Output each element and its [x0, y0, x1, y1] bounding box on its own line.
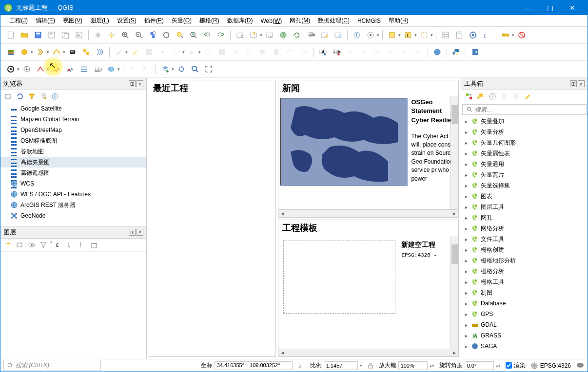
- render-checkbox[interactable]: [506, 362, 512, 369]
- toolbox-tree[interactable]: ▸Q矢量叠加▸Q矢量分析▸Q矢量几何图形▸Q矢量属性表▸Q矢量通用▸Q矢量瓦片▸…: [461, 116, 588, 359]
- messages-icon[interactable]: [576, 361, 585, 370]
- snapping-button[interactable]: [20, 63, 33, 75]
- refresh-browser-icon[interactable]: [15, 92, 25, 101]
- new-shapefile-button[interactable]: [34, 46, 47, 58]
- menu-数据库d[interactable]: 数据库(D): [223, 15, 257, 26]
- toolbox-options-icon[interactable]: [511, 92, 521, 101]
- toolbox-item[interactable]: ▸SAGA: [461, 341, 588, 352]
- processing-toolbox-button[interactable]: [467, 29, 479, 41]
- toolbox-python-icon[interactable]: [476, 92, 486, 101]
- toolbox-item[interactable]: ▸Q栅格工具: [461, 277, 588, 287]
- expand-all-icon[interactable]: [66, 240, 76, 250]
- delete-selected-button[interactable]: [229, 46, 242, 58]
- lock-icon[interactable]: [367, 362, 374, 369]
- browser-close-button[interactable]: ×: [137, 80, 143, 87]
- menu-栅格r[interactable]: 栅格(R): [196, 15, 223, 26]
- toolbox-results-icon[interactable]: [499, 92, 509, 101]
- zoom-in-button[interactable]: [119, 29, 132, 41]
- crs-button[interactable]: EPSG:4326: [530, 362, 571, 370]
- zoom-last-button[interactable]: [201, 29, 214, 41]
- new-bookmark-button[interactable]: [247, 29, 260, 41]
- trace-button[interactable]: [34, 63, 47, 75]
- zoom-full-button[interactable]: [160, 29, 173, 41]
- save-edits-button[interactable]: [142, 46, 155, 58]
- zoom-to-selection-button[interactable]: [174, 29, 186, 41]
- new-geopackage-button[interactable]: [18, 46, 31, 58]
- save-button[interactable]: [32, 29, 44, 41]
- layer-style-button[interactable]: [159, 63, 172, 75]
- browser-item[interactable]: 高德遥感图: [0, 167, 146, 178]
- vertex-tool-button[interactable]: [202, 46, 215, 58]
- digitize-shape-button[interactable]: [4, 63, 17, 75]
- new-scratch-layer-button[interactable]: [50, 46, 63, 58]
- toolbox-item[interactable]: ▸Q矢量叠加: [461, 116, 588, 127]
- zoom-next-button[interactable]: [215, 29, 227, 41]
- filter-browser-icon[interactable]: [27, 92, 37, 101]
- refresh-button[interactable]: [291, 29, 303, 41]
- remove-layer-icon[interactable]: [89, 240, 99, 250]
- collapse-all-icon[interactable]: [39, 92, 48, 101]
- browser-item[interactable]: WFS / OGC API - Features: [0, 189, 146, 200]
- layer-style-icon[interactable]: [3, 240, 13, 250]
- hide-labels-button[interactable]: [371, 46, 384, 58]
- diagram-tool-button[interactable]: abc: [330, 46, 343, 58]
- menu-帮助h[interactable]: 帮助(H): [385, 15, 412, 26]
- menu-插件p[interactable]: 插件(P): [140, 15, 168, 26]
- metasearch-button[interactable]: [431, 46, 444, 58]
- toolbox-model-icon[interactable]: [464, 92, 474, 101]
- zoom-to-layer-button[interactable]: [187, 29, 200, 41]
- maximize-button[interactable]: ▢: [539, 0, 561, 15]
- magnifier-input[interactable]: [398, 361, 428, 370]
- cut-button[interactable]: [243, 46, 255, 58]
- select-button[interactable]: [386, 29, 398, 41]
- redo-button[interactable]: [297, 46, 310, 58]
- toolbox-item[interactable]: ▸Q栅格创建: [461, 244, 588, 255]
- toolbox-undock-button[interactable]: ◫: [570, 80, 577, 87]
- no-action-button[interactable]: [515, 29, 528, 41]
- pan-button[interactable]: [92, 29, 104, 41]
- add-layer-icon[interactable]: +: [3, 92, 13, 101]
- manage-visibility-icon[interactable]: [27, 240, 37, 250]
- browser-item[interactable]: Mapzen Global Terrain: [0, 114, 146, 125]
- fullscreen-button[interactable]: [202, 63, 215, 75]
- news-scroll-h[interactable]: ◄►: [278, 209, 458, 217]
- add-group-icon[interactable]: [15, 240, 25, 250]
- template-preview[interactable]: [283, 241, 395, 314]
- filter-legend-icon[interactable]: [39, 240, 48, 250]
- new-virtual-layer-button[interactable]: [80, 46, 93, 58]
- identify-button[interactable]: i: [351, 29, 363, 41]
- new-map-view-button[interactable]: [234, 29, 246, 41]
- menu-webw[interactable]: Web(W): [256, 16, 286, 26]
- move-label-button[interactable]: [385, 46, 397, 58]
- toolbox-item[interactable]: ▸Q矢量分析: [461, 127, 588, 137]
- select-by-value-button[interactable]: ε: [402, 29, 414, 41]
- measure-button[interactable]: [499, 29, 512, 41]
- new-project-button[interactable]: [4, 29, 17, 41]
- rotation-input[interactable]: [465, 361, 494, 370]
- properties-icon[interactable]: i: [50, 92, 60, 101]
- coord-input[interactable]: [215, 361, 293, 370]
- menu-视图v[interactable]: 视图(V): [59, 15, 86, 26]
- browser-item[interactable]: OpenStreetMap: [0, 125, 146, 135]
- change-label-button[interactable]: [412, 46, 425, 58]
- browser-undock-button[interactable]: ◫: [129, 80, 136, 87]
- action-button[interactable]: [364, 29, 377, 41]
- new-mesh-button[interactable]: [94, 46, 106, 58]
- toolbox-item[interactable]: ▸Q栅格分析: [461, 266, 588, 277]
- menu-编辑e[interactable]: 编辑(E): [32, 15, 59, 26]
- templates-scrollbar[interactable]: [451, 236, 458, 349]
- toolbox-item[interactable]: ▸GRASS: [461, 330, 588, 341]
- style-manager-button[interactable]: a: [73, 29, 85, 41]
- modify-attrs-button[interactable]: [216, 46, 228, 58]
- new-print-layout-button[interactable]: [45, 29, 58, 41]
- expression-filter-icon[interactable]: ε: [54, 240, 64, 250]
- toolbox-search-input[interactable]: [475, 106, 585, 113]
- toolbox-item[interactable]: ▸Q矢量选择集: [461, 180, 588, 191]
- toolbox-item[interactable]: ▸Q矢量几何图形: [461, 137, 588, 148]
- toggle-editing-button[interactable]: [129, 46, 141, 58]
- menu-矢量o[interactable]: 矢量(O): [168, 15, 196, 26]
- toolbox-edit-icon[interactable]: [523, 92, 532, 101]
- browser-item[interactable]: ArcGIS REST 服务器: [0, 200, 146, 210]
- offset-button[interactable]: [78, 63, 90, 75]
- layers-close-button[interactable]: ×: [137, 229, 143, 236]
